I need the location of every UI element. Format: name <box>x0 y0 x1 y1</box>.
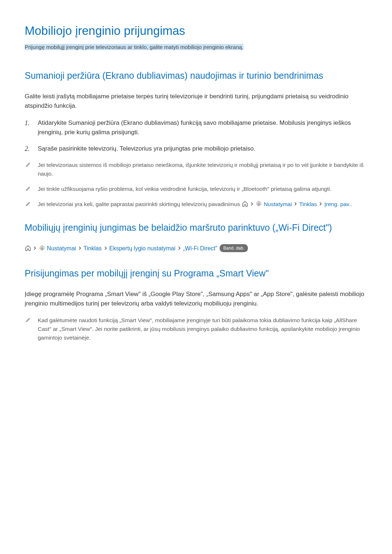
note-text: Jei televizoriaus sistemos iš mobiliojo … <box>38 162 364 177</box>
note-item: Jei tinkle užfiksuojama ryšio problema, … <box>36 185 367 193</box>
svg-point-0 <box>258 203 260 205</box>
step-item: 1. Atidarykite Sumanioji peržiūra (Ekran… <box>36 118 367 137</box>
note-suffix: . <box>351 201 352 207</box>
note-text: Jei tinkle užfiksuojama ryšio problema, … <box>38 186 331 192</box>
section2-heading: Mobiliųjų įrenginių jungimas be belaidži… <box>25 222 367 234</box>
home-icon <box>242 201 248 207</box>
settings-link[interactable]: Nustatymai <box>47 245 76 251</box>
note-icon <box>25 201 31 206</box>
section-wifi-direct: Mobiliųjų įrenginių jungimas be belaidži… <box>25 222 367 253</box>
note-text: Kad galėtumėte naudoti funkciją „Smart V… <box>38 317 360 341</box>
note-item: Jei televizoriai yra keli, galite papras… <box>36 200 367 209</box>
note-text: Jei televizoriai yra keli, galite papras… <box>38 201 242 207</box>
page-subtitle: Prijungę mobilųjį įrenginį prie televizo… <box>25 44 244 50</box>
gear-icon <box>256 201 262 207</box>
section3-intro: Įdiegę programėlę Programa „Smart View" … <box>25 290 367 308</box>
note-icon <box>25 161 31 167</box>
section-smart-view-mirroring: Sumanioji peržiūra (Ekrano dubliavimas) … <box>25 70 367 209</box>
chevron-right-icon <box>33 246 37 251</box>
chevron-right-icon <box>250 201 254 206</box>
chevron-right-icon <box>78 246 82 251</box>
section1-steps: 1. Atidarykite Sumanioji peržiūra (Ekran… <box>25 118 367 153</box>
page-title: Mobiliojo įrenginio prijungimas <box>25 22 367 40</box>
note-icon <box>25 185 31 191</box>
section1-notes: Jei televizoriaus sistemos iš mobiliojo … <box>25 161 367 209</box>
chevron-right-icon <box>318 201 323 206</box>
chevron-right-icon <box>177 246 181 251</box>
expert-settings-link[interactable]: Ekspertų lygio nustatymai <box>109 245 175 251</box>
gear-icon <box>39 245 45 251</box>
try-now-badge[interactable]: Band. dab. <box>220 244 248 252</box>
step-text: Atidarykite Sumanioji peržiūra (Ekrano d… <box>38 119 351 136</box>
step-text: Sąraše pasirinkite televizorių. Televizo… <box>38 145 256 152</box>
wifi-direct-link[interactable]: „Wi-Fi Direct" <box>183 245 217 251</box>
section1-heading: Sumanioji peržiūra (Ekrano dubliavimas) … <box>25 70 367 82</box>
section-smart-view-app: Prisijungimas per mobilųjį įrenginį su P… <box>25 267 367 342</box>
note-icon <box>25 317 31 323</box>
network-link[interactable]: Tinklas <box>83 245 102 251</box>
step-item: 2. Sąraše pasirinkite televizorių. Telev… <box>36 144 367 153</box>
svg-point-1 <box>41 247 43 249</box>
network-link[interactable]: Tinklas <box>299 201 317 207</box>
home-icon <box>25 245 31 251</box>
note-item: Jei televizoriaus sistemos iš mobiliojo … <box>36 161 367 178</box>
settings-link[interactable]: Nustatymai <box>264 201 292 207</box>
section3-heading: Prisijungimas per mobilųjį įrenginį su P… <box>25 267 367 280</box>
step-number: 2. <box>25 144 30 154</box>
section1-intro: Galite leisti įrašytą mobiliajame prieta… <box>25 92 367 110</box>
menu-path: Nustatymai Tinklas Ekspertų lygio nustat… <box>25 244 367 253</box>
section3-notes: Kad galėtumėte naudoti funkciją „Smart V… <box>25 316 367 342</box>
device-name-link[interactable]: Įreng. pav. <box>324 201 351 207</box>
chevron-right-icon <box>103 246 108 251</box>
note-item: Kad galėtumėte naudoti funkciją „Smart V… <box>36 316 367 342</box>
step-number: 1. <box>25 118 30 128</box>
chevron-right-icon <box>293 201 298 206</box>
